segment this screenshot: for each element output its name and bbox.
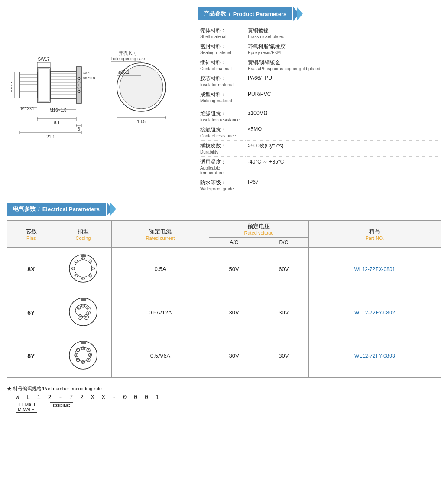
param-row: 绝缘阻抗： Insulation resistance ≥100MΩ xyxy=(198,108,441,124)
m-label: M:MALE xyxy=(18,407,34,412)
param-val-main: ≤5MΩ xyxy=(248,126,438,132)
elec-row: 6Y 1 2 3 4 5 6 0.5A/12A 30V 30V WL12-72F… xyxy=(7,291,441,334)
param-cn: 绝缘阻抗： xyxy=(200,110,243,118)
elec-row: 8X 1 2 3 4 5 6 7 8 0.5A 50V 60V WL12-72F… xyxy=(7,248,441,291)
elec-dc: 30V xyxy=(259,291,308,334)
svg-text:8: 8 xyxy=(75,354,77,357)
phi16-label: ø16.1 xyxy=(118,70,130,75)
drawing-svg: SW17 M12×1 ø13.3 3×ø1 8×ø0.8 M16×1.5 9.1 xyxy=(11,11,185,159)
fm-underline xyxy=(16,412,37,413)
param-en: Shell material xyxy=(200,34,243,39)
svg-text:3: 3 xyxy=(87,306,88,309)
param-en: Waterproof grade xyxy=(200,186,243,191)
svg-rect-10 xyxy=(50,71,76,99)
param-row: 插拔次数： Durability ≥500次(Cycles) xyxy=(198,141,441,157)
part-number-section: ★ 料号编码规格/Part number encooding rule W L … xyxy=(7,386,441,413)
param-val-main: 黄铜/磷铜镀金 xyxy=(248,59,438,66)
params-table: 壳体材料： Shell material 黄铜镀镍 Brass nickel-p… xyxy=(198,25,441,193)
svg-rect-9 xyxy=(38,69,49,101)
th-partno: 料号 Part NO. xyxy=(308,221,441,248)
dim-6: 6 xyxy=(78,127,80,131)
elec-partno: WL12-72FY-0802 xyxy=(308,291,441,334)
param-row: 壳体材料： Shell material 黄铜镀镍 Brass nickel-p… xyxy=(198,25,441,41)
svg-point-67 xyxy=(69,298,97,326)
elec-ac: 30V xyxy=(209,334,259,378)
elec-current: 0.5A/6A xyxy=(111,334,209,378)
th-pins: 芯数 Pins xyxy=(7,221,55,248)
param-val-main: 环氧树脂/氟橡胶 xyxy=(248,43,438,50)
svg-text:4: 4 xyxy=(89,354,91,357)
dim-13-5: 13.5 xyxy=(137,119,146,124)
product-params-en: Product Parameters xyxy=(233,11,287,17)
pin-label2: 8×ø0.8 xyxy=(83,76,95,80)
m12-label: M12×1 xyxy=(21,106,35,111)
header-arrow2 xyxy=(297,7,303,21)
param-row: 接触阻抗： Contact resistance ≤5MΩ xyxy=(198,124,441,141)
param-val-main: PA66/TPU xyxy=(248,75,438,81)
elec-coding-img: 1 2 3 4 5 6 7 8 xyxy=(55,248,111,291)
param-val-main: ≥500次(Cycles) xyxy=(248,142,438,150)
svg-text:2: 2 xyxy=(82,304,84,307)
param-cn: 壳体材料： xyxy=(200,27,243,34)
param-row: 插针材料： Contact material 黄铜/磷铜镀金 Brass/Pho… xyxy=(198,57,441,73)
svg-text:6: 6 xyxy=(82,361,84,364)
svg-text:8: 8 xyxy=(75,260,76,263)
elec-pins: 6Y xyxy=(7,291,55,334)
svg-text:1: 1 xyxy=(77,349,79,352)
svg-point-81 xyxy=(69,341,97,369)
param-val-sub: Epoxy resin/FKM xyxy=(248,50,438,55)
technical-drawing: SW17 M12×1 ø13.3 3×ø1 8×ø0.8 M16×1.5 9.1 xyxy=(7,7,189,193)
hole-cn-label: 开孔尺寸 xyxy=(119,50,138,56)
elec-coding-img: 1 2 3 4 5 6 7 8 xyxy=(55,334,111,378)
param-val-main: ≥100MΩ xyxy=(248,110,438,116)
svg-rect-0 xyxy=(20,72,37,98)
elec-ac: 30V xyxy=(209,291,259,334)
param-row: 适用温度： Applicable temperature -40°C ～ +85… xyxy=(198,157,441,177)
svg-rect-19 xyxy=(76,67,81,103)
param-row: 胶芯材料： Insulator material PA66/TPU xyxy=(198,73,441,89)
product-params-header: 产品参数/Product Parameters xyxy=(198,7,441,21)
th-dc: D/C xyxy=(259,238,308,248)
dim-9-1: 9.1 xyxy=(54,120,60,125)
param-cn: 密封材料： xyxy=(200,43,243,50)
param-cn: 防水等级： xyxy=(200,179,243,186)
hole-en-label: hole opening size xyxy=(111,56,145,61)
elec-params-header-box: 电气参数/Electrical Parameters xyxy=(7,203,106,216)
product-params-area: 产品参数/Product Parameters 壳体材料： Shell mate… xyxy=(198,7,441,193)
param-cn: 适用温度： xyxy=(200,158,243,166)
product-params-header-box: 产品参数/Product Parameters xyxy=(198,7,292,20)
svg-text:4: 4 xyxy=(89,275,91,278)
elec-ac: 50V xyxy=(209,248,259,291)
param-val-sub: Brass nickel-plated xyxy=(248,34,438,39)
coding-6y-svg: 1 2 3 4 5 6 xyxy=(66,294,101,329)
elec-arrow2 xyxy=(110,202,116,216)
elec-current: 0.5A xyxy=(111,248,209,291)
coding-label-group: CODING xyxy=(50,402,73,413)
elec-params-cn: 电气参数 xyxy=(13,205,36,213)
elec-coding-img: 1 2 3 4 5 6 xyxy=(55,291,111,334)
svg-text:3: 3 xyxy=(92,268,94,271)
svg-text:5: 5 xyxy=(79,316,81,319)
param-cn: 接触阻抗： xyxy=(200,126,243,134)
svg-text:1: 1 xyxy=(78,306,80,309)
svg-text:2: 2 xyxy=(82,347,84,350)
param-row: 成型材料： Molding material PUR/PVC xyxy=(198,89,441,105)
svg-text:1: 1 xyxy=(82,258,84,261)
param-cn: 插拔次数： xyxy=(200,142,243,150)
param-row: 防水等级： Waterproof grade IP67 xyxy=(198,177,441,193)
param-en: Insulation resistance xyxy=(200,118,243,122)
svg-text:3: 3 xyxy=(88,349,89,352)
svg-text:5: 5 xyxy=(82,278,84,281)
elec-row: 8Y 1 2 3 4 5 6 7 8 0.5A/6A 30V 30V WL12-… xyxy=(7,334,441,378)
elec-partno: WL12-72FY-0803 xyxy=(308,334,441,378)
param-en: Contact resistance xyxy=(200,134,243,138)
electrical-params-section: 电气参数/Electrical Parameters 芯数 Pins 扣型 Co… xyxy=(7,202,441,378)
svg-rect-8 xyxy=(37,68,50,102)
elec-dc: 60V xyxy=(259,248,308,291)
svg-text:5: 5 xyxy=(88,359,89,362)
f-label: F:FEMALE xyxy=(16,402,37,407)
dim-21-1: 21.1 xyxy=(46,134,55,139)
coding-8y-svg: 1 2 3 4 5 6 7 8 xyxy=(66,338,101,373)
svg-text:7: 7 xyxy=(72,268,74,271)
elec-table: 芯数 Pins 扣型 Coding 额定电流 Rated current 额定电… xyxy=(7,220,441,378)
